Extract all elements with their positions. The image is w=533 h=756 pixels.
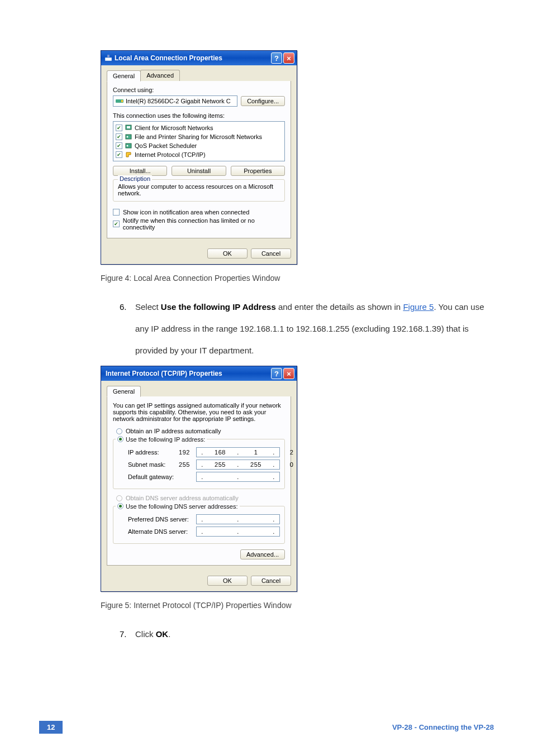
list-item[interactable]: Client for Microsoft Networks	[116, 123, 282, 132]
step-6: 6. Select Use the following IP Address a…	[120, 296, 488, 361]
items-list[interactable]: Client for Microsoft Networks File and P…	[113, 121, 285, 161]
configure-button[interactable]: Configure...	[241, 96, 285, 106]
protocol-icon	[125, 151, 132, 159]
show-icon-label: Show icon in notification area when conn…	[123, 209, 249, 216]
use-ip-group: Use the following IP address: IP address…	[113, 439, 285, 489]
show-icon-checkbox[interactable]	[113, 209, 120, 216]
client-icon	[125, 124, 132, 132]
use-ip-radio[interactable]	[117, 436, 123, 442]
pref-dns-input[interactable]: ...	[196, 514, 280, 524]
list-item-label: Client for Microsoft Networks	[135, 125, 213, 131]
obtain-ip-radio[interactable]	[116, 428, 122, 434]
titlebar[interactable]: Internet Protocol (TCP/IP) Properties ? …	[101, 366, 297, 381]
use-dns-label: Use the following DNS server addresses:	[126, 503, 238, 510]
service-icon	[125, 133, 132, 141]
properties-button[interactable]: Properties	[231, 166, 285, 176]
obtain-dns-label: Obtain DNS server address automatically	[126, 495, 239, 501]
lac-properties-dialog: Local Area Connection Properties ? × Gen…	[101, 50, 297, 265]
tab-general[interactable]: General	[107, 386, 141, 397]
notify-label: Notify me when this connection has limit…	[123, 217, 285, 231]
svg-rect-1	[107, 55, 110, 58]
page-footer: 12 VP-28 - Connecting the VP-28	[0, 721, 533, 756]
checkbox[interactable]	[116, 133, 122, 140]
cancel-button[interactable]: Cancel	[251, 248, 291, 259]
cancel-button[interactable]: Cancel	[251, 576, 291, 586]
nic-icon	[116, 98, 123, 104]
title-text: Local Area Connection Properties	[115, 54, 270, 62]
description-group: Description Allows your computer to acce…	[113, 179, 285, 202]
obtain-ip-label: Obtain an IP address automatically	[126, 428, 221, 434]
step6-pre: Select	[135, 302, 161, 312]
connect-using-label: Connect using:	[113, 87, 285, 93]
service-icon	[125, 142, 132, 150]
use-ip-label: Use the following IP address:	[126, 436, 205, 443]
tcpip-properties-dialog: Internet Protocol (TCP/IP) Properties ? …	[101, 366, 297, 592]
list-item-label: Internet Protocol (TCP/IP)	[135, 151, 206, 158]
figure5-caption: Figure 5: Internet Protocol (TCP/IP) Pro…	[101, 601, 488, 610]
advanced-button[interactable]: Advanced...	[240, 549, 285, 559]
page-number: 12	[39, 721, 63, 734]
connection-icon	[104, 54, 112, 62]
alt-dns-input[interactable]: ...	[196, 527, 280, 537]
list-item-label: File and Printer Sharing for Microsoft N…	[135, 133, 262, 140]
step-number: 6.	[120, 296, 135, 361]
list-item[interactable]: Internet Protocol (TCP/IP)	[116, 150, 282, 159]
step7-bold: OK	[156, 629, 169, 639]
subnet-input[interactable]: 255. 255. 255. 0	[196, 460, 280, 470]
description-text: Allows your computer to access resources…	[118, 183, 280, 197]
step7-post: .	[168, 629, 170, 639]
step6-bold: Use the following IP Address	[161, 302, 276, 312]
alt-dns-label: Alternate DNS server:	[128, 528, 196, 535]
step-7: 7. Click OK.	[120, 623, 488, 645]
close-button[interactable]: ×	[283, 52, 294, 64]
svg-rect-3	[121, 100, 123, 102]
list-item[interactable]: File and Printer Sharing for Microsoft N…	[116, 132, 282, 141]
tab-general[interactable]: General	[107, 70, 141, 82]
uninstall-button[interactable]: Uninstall	[172, 166, 226, 176]
checkbox[interactable]	[116, 151, 122, 158]
section-title: VP-28 - Connecting the VP-28	[392, 723, 494, 731]
tabs-row: General	[107, 385, 291, 397]
close-button[interactable]: ×	[283, 368, 294, 379]
adapter-field: Intel(R) 82566DC-2 Gigabit Network C	[113, 95, 237, 107]
figure5-link[interactable]: Figure 5	[403, 302, 434, 312]
tab-advanced[interactable]: Advanced	[140, 70, 180, 81]
ok-button[interactable]: OK	[207, 248, 248, 259]
obtain-dns-radio	[116, 495, 122, 501]
title-text: Internet Protocol (TCP/IP) Properties	[106, 370, 270, 377]
checkbox[interactable]	[116, 142, 122, 149]
help-button[interactable]: ?	[271, 368, 282, 379]
step6-post1: and enter the details as shown in	[276, 302, 403, 312]
use-dns-radio[interactable]	[117, 503, 123, 509]
svg-rect-0	[105, 58, 112, 61]
svg-point-9	[127, 145, 129, 147]
step7-pre: Click	[135, 629, 156, 639]
ok-button[interactable]: OK	[207, 576, 248, 586]
help-button[interactable]: ?	[271, 52, 282, 64]
notify-checkbox[interactable]	[113, 221, 120, 227]
figure4-caption: Figure 4: Local Area Connection Properti…	[101, 274, 488, 283]
svg-rect-5	[127, 126, 130, 128]
intro-text: You can get IP settings assigned automat…	[113, 402, 285, 422]
description-title: Description	[118, 175, 152, 182]
use-dns-group: Use the following DNS server addresses: …	[113, 506, 285, 544]
pref-dns-label: Preferred DNS server:	[128, 516, 196, 523]
items-label: This connection uses the following items…	[113, 112, 285, 119]
install-button[interactable]: Install...	[113, 166, 167, 176]
list-item[interactable]: QoS Packet Scheduler	[116, 141, 282, 150]
gateway-label: Default gateway:	[128, 473, 196, 480]
gateway-input[interactable]: ...	[196, 472, 280, 482]
svg-point-7	[127, 136, 129, 138]
titlebar[interactable]: Local Area Connection Properties ? ×	[101, 51, 297, 65]
adapter-name: Intel(R) 82566DC-2 Gigabit Network C	[126, 98, 231, 104]
step-number: 7.	[120, 623, 135, 645]
list-item-label: QoS Packet Scheduler	[135, 142, 197, 149]
ip-address-input[interactable]: 192. 168. 1. 2	[196, 447, 280, 457]
checkbox[interactable]	[116, 125, 122, 131]
tabs-row: General Advanced	[107, 70, 291, 82]
